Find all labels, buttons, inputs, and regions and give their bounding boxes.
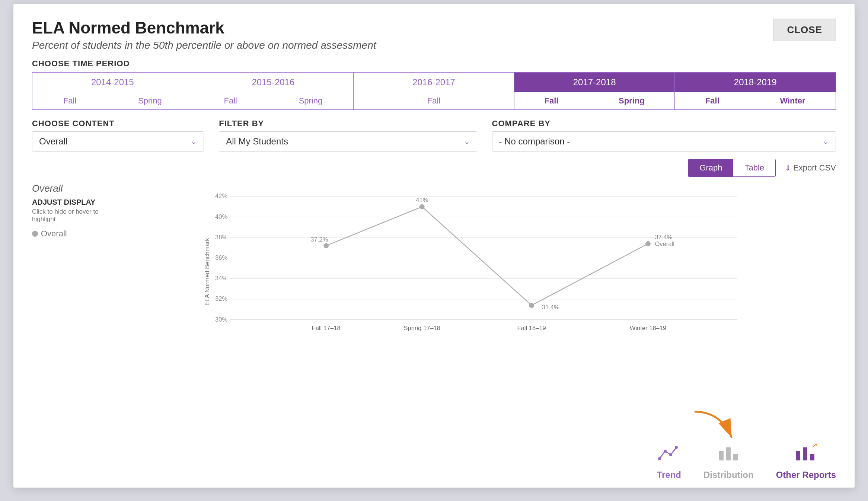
nav-item-trend[interactable]: Trend: [657, 444, 681, 480]
season-fall-2014[interactable]: Fall: [60, 95, 79, 107]
svg-text:37.2%: 37.2%: [310, 236, 328, 243]
svg-rect-33: [796, 451, 800, 460]
svg-rect-30: [719, 451, 724, 460]
filter-value: All My Students: [226, 136, 288, 147]
year-col-2015: 2015-2016 Fall Spring: [193, 73, 354, 109]
time-period-label: CHOOSE TIME PERIOD: [32, 59, 836, 68]
seasons-2017: Fall Spring: [514, 92, 675, 109]
svg-text:Overall: Overall: [655, 240, 674, 248]
svg-text:41%: 41%: [416, 197, 428, 204]
legend-dot-overall: [32, 231, 38, 237]
content-select[interactable]: Overall ⌄: [32, 131, 204, 151]
controls-row: CHOOSE CONTENT Overall ⌄ FILTER BY All M…: [32, 119, 836, 151]
adjust-display-sublabel: Click to hide or hover to highlight: [32, 208, 106, 223]
modal-header: ELA Normed Benchmark Percent of students…: [32, 19, 836, 51]
svg-point-26: [658, 457, 661, 460]
season-fall-2018[interactable]: Fall: [702, 95, 722, 107]
svg-rect-32: [733, 454, 738, 460]
compare-select[interactable]: - No comparison - ⌄: [492, 131, 836, 151]
data-point-winter18: [646, 241, 651, 246]
svg-text:38%: 38%: [215, 234, 227, 241]
arrow-indicator: [691, 408, 735, 447]
bottom-nav: Trend Distribution: [657, 444, 836, 480]
svg-text:Spring 17–18: Spring 17–18: [404, 325, 440, 332]
page-title: ELA Normed Benchmark: [32, 19, 376, 37]
svg-point-28: [669, 453, 672, 456]
page-subtitle: Percent of students in the 50th percenti…: [32, 39, 376, 51]
time-period-section: CHOOSE TIME PERIOD 2014-2015 Fall Spring…: [32, 59, 836, 110]
year-2015[interactable]: 2015-2016: [193, 73, 354, 92]
svg-rect-35: [810, 454, 814, 460]
line-chart: ELA Normed Benchmark 42% 40% 38% 36% 34%…: [118, 183, 836, 354]
view-export-row: Graph Table ⇓ Export CSV: [32, 159, 836, 177]
svg-point-29: [675, 446, 678, 449]
year-col-2018: 2018-2019 Fall Winter: [675, 73, 836, 109]
year-2018[interactable]: 2018-2019: [675, 73, 836, 92]
year-col-2016: 2016-2017 Fall: [354, 73, 514, 109]
compare-control: COMPARE BY - No comparison - ⌄: [492, 119, 836, 151]
svg-text:30%: 30%: [215, 316, 227, 323]
svg-rect-34: [803, 447, 807, 460]
svg-text:ELA Normed Benchmark: ELA Normed Benchmark: [204, 237, 211, 306]
legend-label-overall: Overall: [41, 229, 67, 239]
season-fall-2017[interactable]: Fall: [542, 95, 562, 107]
svg-point-27: [664, 450, 667, 453]
export-csv-button[interactable]: ⇓ Export CSV: [785, 163, 836, 173]
svg-text:Winter 18–19: Winter 18–19: [630, 325, 666, 332]
year-2014[interactable]: 2014-2015: [32, 73, 193, 92]
modal-overlay: ELA Normed Benchmark Percent of students…: [0, 0, 868, 501]
chart-overall-label: Overall: [32, 183, 106, 194]
chart-section: Overall ADJUST DISPLAY Click to hide or …: [32, 183, 836, 355]
svg-text:Fall 17–18: Fall 17–18: [312, 325, 341, 332]
other-reports-label: Other Reports: [776, 470, 836, 480]
year-2016[interactable]: 2016-2017: [354, 73, 514, 92]
season-spring-2017[interactable]: Spring: [616, 95, 648, 107]
svg-text:31.4%: 31.4%: [542, 304, 559, 311]
seasons-2018: Fall Winter: [675, 92, 836, 109]
trend-label: Trend: [657, 470, 681, 480]
nav-item-other-reports[interactable]: ↗ Other Reports: [776, 444, 836, 480]
adjust-display-panel: Overall ADJUST DISPLAY Click to hide or …: [32, 183, 106, 355]
distribution-icon: [717, 444, 740, 467]
content-value: Overall: [39, 136, 67, 147]
svg-text:↗: ↗: [812, 444, 817, 449]
trend-icon: [658, 444, 680, 467]
seasons-2016: Fall: [354, 92, 514, 109]
filter-select[interactable]: All My Students ⌄: [219, 131, 477, 151]
season-fall-2015[interactable]: Fall: [221, 95, 240, 107]
chart-wrapper: ELA Normed Benchmark 42% 40% 38% 36% 34%…: [118, 183, 836, 355]
download-icon: ⇓: [785, 163, 791, 172]
season-spring-2015[interactable]: Spring: [296, 95, 326, 107]
legend-item-overall[interactable]: Overall: [32, 229, 106, 239]
season-winter-2018[interactable]: Winter: [777, 95, 808, 107]
svg-rect-31: [726, 447, 731, 460]
export-label: Export CSV: [793, 163, 836, 173]
compare-value: - No comparison -: [499, 136, 570, 147]
table-view-button[interactable]: Table: [733, 159, 775, 176]
svg-text:32%: 32%: [215, 295, 227, 302]
content-chevron-icon: ⌄: [191, 137, 197, 146]
year-2017[interactable]: 2017-2018: [514, 73, 675, 92]
compare-label: COMPARE BY: [492, 119, 836, 128]
distribution-label: Distribution: [703, 470, 754, 480]
adjust-display-label: ADJUST DISPLAY: [32, 198, 106, 207]
time-period-grid: 2014-2015 Fall Spring 2015-2016 Fall Spr…: [32, 72, 836, 110]
content-control: CHOOSE CONTENT Overall ⌄: [32, 119, 204, 151]
nav-item-distribution[interactable]: Distribution: [703, 444, 754, 480]
year-col-2017: 2017-2018 Fall Spring: [514, 73, 675, 109]
svg-text:42%: 42%: [215, 192, 227, 200]
filter-chevron-icon: ⌄: [464, 137, 470, 146]
season-fall-2016[interactable]: Fall: [424, 95, 443, 107]
title-group: ELA Normed Benchmark Percent of students…: [32, 19, 376, 51]
data-point-fall18: [529, 303, 534, 308]
season-spring-2014[interactable]: Spring: [135, 95, 165, 107]
seasons-2015: Fall Spring: [193, 92, 354, 109]
seasons-2014: Fall Spring: [32, 92, 193, 109]
graph-view-button[interactable]: Graph: [688, 159, 733, 176]
filter-label: FILTER BY: [219, 119, 477, 128]
other-reports-icon: ↗: [795, 444, 817, 467]
svg-text:34%: 34%: [215, 275, 227, 282]
view-toggle: Graph Table: [688, 159, 776, 177]
svg-text:Fall 18–19: Fall 18–19: [517, 325, 546, 332]
close-button[interactable]: CLOSE: [773, 19, 836, 41]
